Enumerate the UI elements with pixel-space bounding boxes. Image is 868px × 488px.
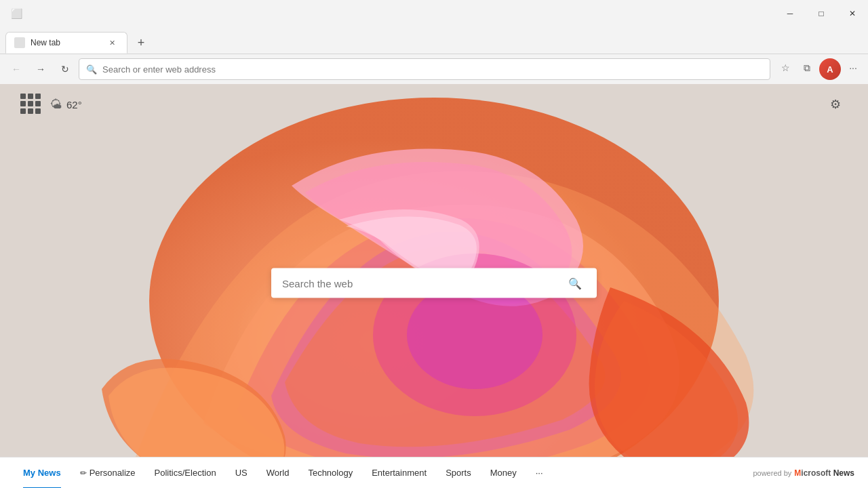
browser-content: 🌤 62° ⚙ 🔍 My News ✏ Personalize Politics… [0, 84, 868, 488]
news-tab-my-news[interactable]: My News [14, 458, 71, 489]
collections-button[interactable]: ⧉ [797, 58, 816, 77]
favorites-button[interactable]: ☆ [776, 58, 795, 77]
news-tab-politics[interactable]: Politics/Election [145, 458, 226, 489]
entertainment-label: Entertainment [372, 468, 427, 478]
apps-dot [35, 108, 41, 114]
personalize-label: Personalize [90, 468, 136, 478]
address-bar[interactable]: 🔍 [79, 58, 770, 80]
active-tab[interactable]: New tab ✕ [5, 32, 127, 54]
news-tab-money[interactable]: Money [481, 458, 526, 489]
news-tab-world[interactable]: World [257, 458, 299, 489]
technology-label: Technology [308, 468, 353, 478]
politics-label: Politics/Election [155, 468, 216, 478]
forward-button[interactable]: → [30, 58, 52, 80]
web-search-input[interactable] [282, 277, 564, 289]
sports-label: Sports [446, 468, 471, 478]
web-search-button[interactable]: 🔍 [564, 272, 586, 294]
address-bar-icons: ☆ ⧉ A ··· [776, 58, 863, 80]
apps-dot [20, 94, 26, 99]
tab-bar: New tab ✕ + [0, 27, 868, 54]
more-button[interactable]: ··· [844, 58, 863, 77]
ms-logo-rest: icrosoft [801, 468, 833, 478]
news-tab-sports[interactable]: Sports [436, 458, 481, 489]
browser-icon: ⬜ [11, 8, 22, 19]
back-button[interactable]: ← [5, 58, 27, 80]
close-button[interactable]: ✕ [837, 0, 868, 27]
search-box[interactable]: 🔍 [271, 268, 597, 298]
search-container: 🔍 [271, 268, 597, 298]
news-tab-technology[interactable]: Technology [298, 458, 362, 489]
profile-button[interactable]: A [819, 58, 841, 80]
us-label: US [235, 468, 248, 478]
url-input[interactable] [102, 64, 763, 75]
apps-dot [28, 108, 33, 114]
news-tab-personalize[interactable]: ✏ Personalize [71, 458, 145, 489]
new-tab-button[interactable]: + [130, 32, 152, 54]
minimize-button[interactable]: ─ [774, 0, 806, 27]
refresh-button[interactable]: ↻ [54, 58, 76, 80]
weather-temp: 62° [66, 99, 82, 110]
news-tab-entertainment[interactable]: Entertainment [362, 458, 436, 489]
title-bar: ⬜ ─ □ ✕ [0, 0, 868, 27]
my-news-label: My News [23, 468, 61, 478]
tab-favicon [14, 37, 25, 48]
apps-dot [35, 101, 41, 106]
maximize-button[interactable]: □ [806, 0, 837, 27]
content-top-bar: 🌤 62° ⚙ [0, 84, 868, 125]
money-label: Money [490, 468, 517, 478]
window-controls: ─ □ ✕ [774, 0, 868, 27]
world-label: World [267, 468, 290, 478]
powered-by: powered by Microsoft News [753, 468, 854, 478]
tab-title: New tab [31, 38, 100, 47]
news-bar: My News ✏ Personalize Politics/Election … [0, 457, 868, 488]
tab-close-button[interactable]: ✕ [105, 36, 119, 49]
news-tab-us[interactable]: US [226, 458, 257, 489]
apps-dot [28, 94, 33, 99]
personalize-icon: ✏ [80, 468, 87, 478]
settings-button[interactable]: ⚙ [823, 92, 848, 117]
microsoft-news-logo: Microsoft News [794, 468, 854, 478]
search-icon-small: 🔍 [86, 64, 97, 75]
apps-dot [35, 94, 41, 99]
weather-icon: 🌤 [50, 98, 62, 112]
weather-widget[interactable]: 🌤 62° [50, 98, 82, 112]
news-tab-more[interactable]: ··· [526, 458, 553, 489]
ms-logo-color1: M [794, 468, 801, 478]
address-bar-row: ← → ↻ 🔍 ☆ ⧉ A ··· [0, 54, 868, 84]
apps-dot [20, 101, 26, 106]
ms-news-text: News [833, 468, 854, 478]
search-icon: 🔍 [568, 277, 582, 289]
powered-by-label: powered by [753, 469, 791, 477]
apps-dot [20, 108, 26, 114]
apps-icon[interactable] [20, 94, 42, 115]
more-label: ··· [536, 468, 543, 478]
apps-dot [28, 101, 33, 106]
